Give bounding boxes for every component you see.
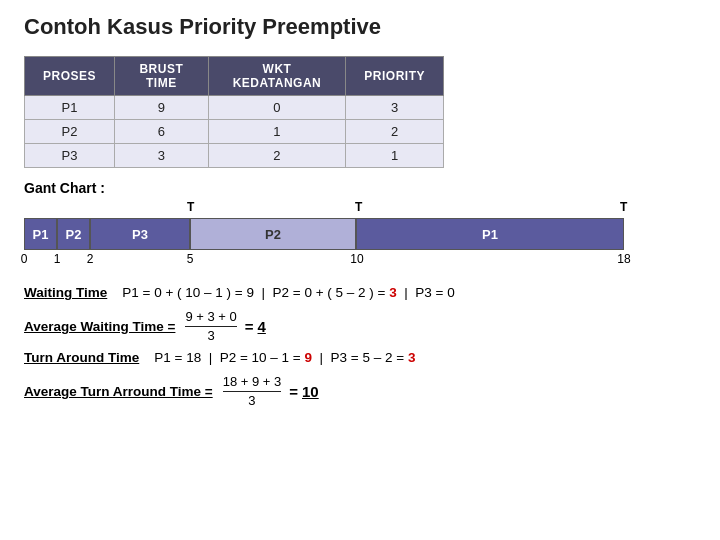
table-header-row: PROSES BRUST TIME WKT KEDATANGAN PRIORIT… [25, 57, 444, 96]
cell-p2-brust: 6 [115, 120, 209, 144]
gant-section: Gant Chart : T T T P1 P2 P3 P2 P1 0 1 2 … [0, 168, 720, 272]
cell-p1-priority: 3 [346, 96, 444, 120]
waiting-time-formula: P1 = 0 + ( 10 – 1 ) = 9 | P2 = 0 + ( 5 –… [122, 285, 385, 300]
gant-bar-p1-second: P1 [357, 219, 623, 249]
turn-around-label: Turn Around Time [24, 350, 139, 365]
gant-bars: P1 P2 P3 P2 P1 [24, 218, 624, 250]
table-section: PROSES BRUST TIME WKT KEDATANGAN PRIORIT… [0, 56, 720, 168]
avg-turn-result: 10 [302, 383, 319, 400]
avg-turn-fraction: 18 + 9 + 3 3 [223, 374, 282, 408]
gant-bar-p1-first: P1 [25, 219, 58, 249]
cell-p1-brust: 9 [115, 96, 209, 120]
process-table: PROSES BRUST TIME WKT KEDATANGAN PRIORIT… [24, 56, 444, 168]
cell-p3-brust: 3 [115, 144, 209, 168]
tick-0: 0 [21, 252, 28, 266]
tick-1: 1 [54, 252, 61, 266]
avg-waiting-result: 4 [258, 318, 266, 335]
cell-p2-priority: 2 [346, 120, 444, 144]
cell-p3-priority: 1 [346, 144, 444, 168]
formulas-section: Waiting Time P1 = 0 + ( 10 – 1 ) = 9 | P… [0, 272, 720, 408]
avg-turn-line: Average Turn Arround Time = 18 + 9 + 3 3… [24, 374, 696, 408]
turn-around-line: Turn Around Time P1 = 18 | P2 = 10 – 1 =… [24, 347, 696, 370]
avg-waiting-fraction: 9 + 3 + 0 3 [185, 309, 236, 343]
avg-waiting-label: Average Waiting Time = [24, 319, 175, 334]
col-header-proses: PROSES [25, 57, 115, 96]
table-row: P1 9 0 3 [25, 96, 444, 120]
turn-p2-result: 9 [305, 350, 313, 365]
arrow-t1: T [187, 200, 194, 214]
gant-chart-container: T T T P1 P2 P3 P2 P1 0 1 2 5 10 18 [24, 200, 644, 272]
cell-p2-wkt: 1 [208, 120, 346, 144]
avg-turn-numerator: 18 + 9 + 3 [223, 374, 282, 392]
avg-waiting-numerator: 9 + 3 + 0 [185, 309, 236, 327]
avg-turn-denominator: 3 [248, 392, 255, 409]
waiting-p3-formula: | P3 = 0 [401, 285, 455, 300]
col-header-priority: PRIORITY [346, 57, 444, 96]
col-header-brust: BRUST TIME [115, 57, 209, 96]
tick-18: 18 [617, 252, 630, 266]
gant-bar-p3: P3 [91, 219, 191, 249]
equals-sign: = [245, 318, 254, 335]
tick-2: 2 [87, 252, 94, 266]
avg-turn-label: Average Turn Arround Time = [24, 384, 213, 399]
waiting-time-label: Waiting Time [24, 285, 107, 300]
equals-sign2: = [289, 383, 298, 400]
table-row: P2 6 1 2 [25, 120, 444, 144]
tick-10: 10 [350, 252, 363, 266]
page-title: Contoh Kasus Priority Preemptive [0, 0, 720, 48]
gant-ticks: 0 1 2 5 10 18 [24, 252, 624, 272]
cell-p1-wkt: 0 [208, 96, 346, 120]
turn-p3-result: 3 [408, 350, 416, 365]
tick-5: 5 [187, 252, 194, 266]
cell-p3-wkt: 2 [208, 144, 346, 168]
avg-waiting-line: Average Waiting Time = 9 + 3 + 0 3 = 4 [24, 309, 696, 343]
waiting-time-line: Waiting Time P1 = 0 + ( 10 – 1 ) = 9 | P… [24, 282, 696, 305]
col-header-wkt: WKT KEDATANGAN [208, 57, 346, 96]
gant-arrows-top: T T T [24, 200, 624, 218]
cell-p3-proses: P3 [25, 144, 115, 168]
waiting-p2-result: 3 [389, 285, 397, 300]
gant-bar-p2-first: P2 [58, 219, 91, 249]
turn-around-formula2: | P3 = 5 – 2 = [316, 350, 404, 365]
arrow-t3: T [620, 200, 627, 214]
table-row: P3 3 2 1 [25, 144, 444, 168]
arrow-t2: T [355, 200, 362, 214]
turn-around-formula: P1 = 18 | P2 = 10 – 1 = [154, 350, 301, 365]
cell-p2-proses: P2 [25, 120, 115, 144]
avg-waiting-denominator: 3 [207, 327, 214, 344]
cell-p1-proses: P1 [25, 96, 115, 120]
gant-bar-p2-second: P2 [191, 219, 357, 249]
gant-chart-label: Gant Chart : [24, 180, 696, 196]
